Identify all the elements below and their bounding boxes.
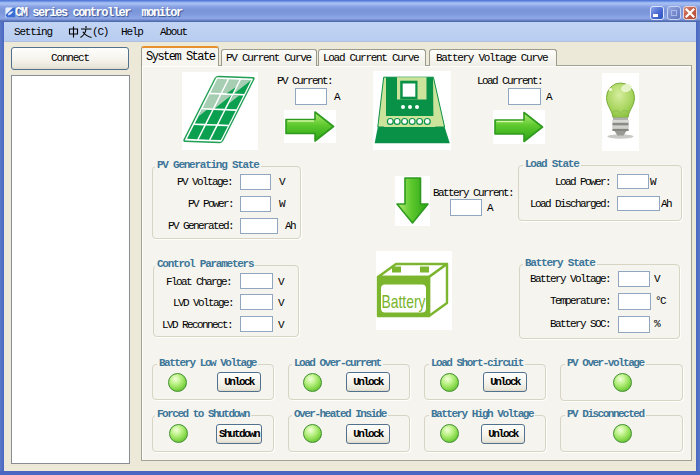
- svg-text:Battery: Battery: [382, 291, 426, 312]
